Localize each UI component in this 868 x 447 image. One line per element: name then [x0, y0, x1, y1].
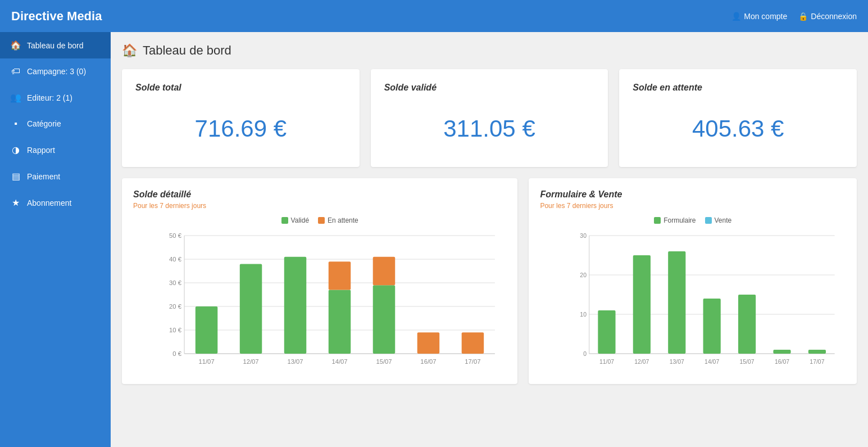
- sidebar-item-campagne[interactable]: 🏷Campagne: 3 (0): [0, 58, 111, 84]
- svg-text:16/07: 16/07: [420, 358, 436, 365]
- sidebar-item-categorie[interactable]: ▪Catégorie: [0, 111, 111, 137]
- sidebar-icon-categorie: ▪: [10, 119, 21, 129]
- svg-rect-16: [240, 264, 262, 354]
- svg-rect-52: [808, 350, 826, 354]
- header-nav: 👤 Mon compte 🔒 Déconnexion: [731, 12, 857, 21]
- svg-rect-14: [196, 306, 217, 354]
- svg-text:50 €: 50 €: [169, 232, 182, 239]
- sidebar-label-campagne: Campagne: 3 (0): [27, 67, 86, 76]
- svg-rect-40: [598, 310, 616, 354]
- sidebar-icon-abonnement: ★: [10, 197, 21, 208]
- svg-text:0: 0: [584, 350, 587, 357]
- card-label-solde-total: Solde total: [135, 83, 346, 93]
- sidebar-item-tableau-de-bord[interactable]: 🏠Tableau de bord: [0, 32, 111, 58]
- svg-text:16/07: 16/07: [775, 358, 789, 365]
- layout: 🏠Tableau de bord🏷Campagne: 3 (0)👥Editeur…: [0, 32, 868, 447]
- legend-item: Vente: [705, 216, 732, 224]
- cards-row: Solde total 716.69 € Solde validé 311.05…: [122, 69, 857, 167]
- card-value-solde-valide: 311.05 €: [384, 104, 595, 153]
- card-value-solde-attente: 405.63 €: [633, 104, 843, 153]
- legend-label: En attente: [328, 216, 358, 224]
- svg-rect-24: [373, 257, 395, 285]
- home-icon: 🏠: [122, 43, 137, 58]
- legend-label: Formulaire: [664, 216, 696, 224]
- svg-rect-18: [284, 257, 306, 354]
- svg-text:10: 10: [580, 311, 587, 318]
- legend-color: [705, 217, 712, 224]
- svg-text:17/07: 17/07: [810, 358, 825, 365]
- card-label-solde-attente: Solde en attente: [633, 83, 843, 93]
- svg-text:40 €: 40 €: [169, 256, 182, 263]
- svg-text:20 €: 20 €: [169, 303, 182, 310]
- legend-item: Validé: [281, 216, 309, 224]
- sidebar-label-paiement: Paiement: [27, 172, 60, 181]
- charts-row: Solde détaillé Pour les 7 derniers jours…: [122, 178, 857, 384]
- chart-formulaire-vente: Formulaire & Vente Pour les 7 derniers j…: [529, 178, 857, 384]
- svg-rect-23: [373, 285, 395, 354]
- card-solde-total: Solde total 716.69 €: [122, 69, 360, 167]
- legend-color: [654, 217, 661, 224]
- sidebar-label-rapport: Rapport: [27, 146, 55, 155]
- sidebar-label-editeur: Editeur: 2 (1): [27, 93, 72, 102]
- page-title: 🏠 Tableau de bord: [122, 43, 857, 58]
- svg-rect-28: [462, 332, 484, 354]
- sidebar-label-tableau-de-bord: Tableau de bord: [27, 41, 83, 50]
- card-value-solde-total: 716.69 €: [135, 104, 346, 153]
- svg-rect-50: [774, 350, 791, 354]
- legend-color: [281, 217, 288, 224]
- chart2-legend: FormulaireVente: [540, 216, 846, 224]
- legend-label: Validé: [291, 216, 309, 224]
- legend-item: Formulaire: [654, 216, 696, 224]
- svg-text:12/07: 12/07: [635, 358, 649, 365]
- mon-compte-link[interactable]: 👤 Mon compte: [731, 12, 787, 21]
- svg-text:13/07: 13/07: [670, 358, 684, 365]
- chart1-legend: ValidéEn attente: [133, 216, 506, 224]
- header: Directive Media 👤 Mon compte 🔒 Déconnexi…: [0, 0, 868, 32]
- app-title: Directive Media: [11, 9, 102, 24]
- svg-text:14/07: 14/07: [331, 358, 347, 365]
- svg-rect-44: [669, 251, 686, 354]
- legend-label: Vente: [715, 216, 732, 224]
- legend-item: En attente: [318, 216, 358, 224]
- svg-text:11/07: 11/07: [599, 358, 614, 365]
- svg-text:15/07: 15/07: [376, 358, 392, 365]
- svg-text:14/07: 14/07: [705, 358, 720, 365]
- deconnexion-link[interactable]: 🔒 Déconnexion: [798, 12, 857, 21]
- svg-text:17/07: 17/07: [465, 358, 480, 365]
- sidebar-icon-tableau-de-bord: 🏠: [10, 40, 21, 51]
- chart1-title: Solde détaillé: [133, 189, 506, 200]
- svg-rect-48: [738, 295, 756, 354]
- sidebar-item-editeur[interactable]: 👥Editeur: 2 (1): [0, 84, 111, 111]
- svg-rect-42: [633, 255, 651, 354]
- card-label-solde-valide: Solde validé: [384, 83, 595, 93]
- svg-text:30: 30: [580, 232, 587, 239]
- svg-rect-21: [329, 261, 351, 290]
- chart1-subtitle: Pour les 7 derniers jours: [133, 202, 506, 210]
- sidebar-label-categorie: Catégorie: [27, 119, 61, 128]
- svg-rect-26: [417, 332, 439, 354]
- svg-rect-46: [703, 299, 721, 354]
- chart2-title: Formulaire & Vente: [540, 189, 846, 200]
- sidebar: 🏠Tableau de bord🏷Campagne: 3 (0)👥Editeur…: [0, 32, 111, 447]
- svg-text:13/07: 13/07: [287, 358, 303, 365]
- svg-text:15/07: 15/07: [740, 358, 755, 365]
- chart-solde-detaille: Solde détaillé Pour les 7 derniers jours…: [122, 178, 517, 384]
- sidebar-icon-paiement: ▤: [10, 171, 21, 182]
- sidebar-item-abonnement[interactable]: ★Abonnement: [0, 189, 111, 216]
- lock-icon: 🔒: [798, 12, 808, 21]
- legend-color: [318, 217, 325, 224]
- sidebar-icon-editeur: 👥: [10, 92, 21, 103]
- card-solde-valide: Solde validé 311.05 €: [371, 69, 608, 167]
- sidebar-item-rapport[interactable]: ◑Rapport: [0, 137, 111, 163]
- svg-text:30 €: 30 €: [169, 279, 182, 286]
- main-content: 🏠 Tableau de bord Solde total 716.69 € S…: [111, 32, 868, 447]
- sidebar-item-paiement[interactable]: ▤Paiement: [0, 163, 111, 189]
- sidebar-label-abonnement: Abonnement: [27, 198, 71, 207]
- user-icon: 👤: [731, 12, 741, 21]
- sidebar-icon-rapport: ◑: [10, 145, 21, 155]
- svg-text:20: 20: [580, 272, 587, 278]
- svg-text:0 €: 0 €: [172, 350, 181, 357]
- chart2-subtitle: Pour les 7 derniers jours: [540, 202, 846, 210]
- sidebar-icon-campagne: 🏷: [10, 66, 21, 76]
- svg-text:10 €: 10 €: [169, 327, 182, 333]
